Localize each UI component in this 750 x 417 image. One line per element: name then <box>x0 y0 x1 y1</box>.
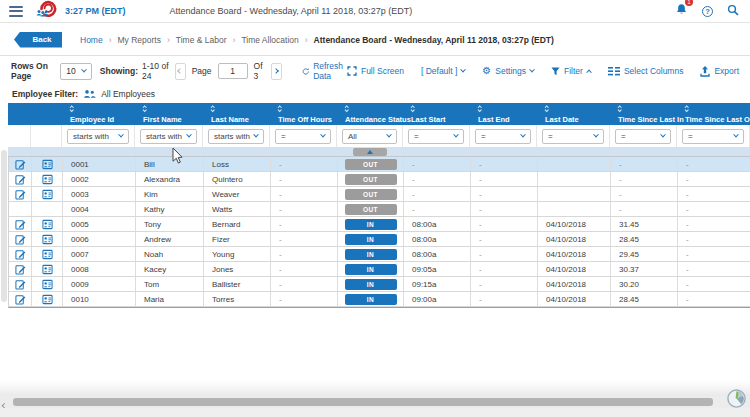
notifications-bell-icon[interactable]: 1 <box>675 2 688 20</box>
status-badge[interactable]: OUT <box>345 174 397 185</box>
employee-card-button[interactable] <box>32 262 63 276</box>
menu-icon[interactable] <box>9 6 23 17</box>
breadcrumb-time-labor[interactable]: Time & Labor <box>176 35 227 45</box>
table-row-employee-0009[interactable]: 0009TomBallister-IN09:15a-04/10/201830.2… <box>9 277 750 292</box>
cell-last-start: 08:00a <box>404 232 471 246</box>
column-header-time-off-hours[interactable]: Time Off Hours <box>270 103 337 125</box>
vertical-scrollbar[interactable] <box>1 150 7 302</box>
edit-row-button[interactable] <box>9 262 32 276</box>
page-number-input[interactable] <box>218 63 248 79</box>
rows-per-page-select[interactable]: 10 <box>60 63 91 80</box>
table-row-employee-0001[interactable]: 0001BillLoss-OUT---- <box>9 157 750 172</box>
sort-icon[interactable] <box>545 104 551 113</box>
employee-card-button[interactable] <box>32 172 63 186</box>
edit-row-button[interactable] <box>9 232 32 246</box>
filter-select-time-since-last-out[interactable]: = <box>682 129 744 144</box>
table-row-employee-0002[interactable]: 0002AlexandraQuintero-OUT---- <box>9 172 750 187</box>
breadcrumb-time-allocation[interactable]: Time Allocation <box>241 35 298 45</box>
next-page-button[interactable] <box>271 63 282 80</box>
filter-select-last-name[interactable]: starts with <box>208 129 264 144</box>
help-icon[interactable]: ? <box>702 6 713 17</box>
sort-icon[interactable] <box>211 104 217 113</box>
status-badge[interactable]: IN <box>345 249 397 260</box>
employee-card-button[interactable] <box>32 247 63 261</box>
employee-card-button[interactable] <box>32 187 63 201</box>
view-default-select[interactable]: [ Default ] <box>421 66 465 76</box>
sort-icon[interactable] <box>143 104 149 113</box>
filter-value: = <box>281 132 286 141</box>
search-icon[interactable] <box>727 2 739 20</box>
refresh-data-button[interactable]: Refresh Data <box>302 61 347 81</box>
filter-select-first-name[interactable]: starts with <box>140 129 197 144</box>
column-header-last-name[interactable]: Last Name <box>203 103 270 125</box>
sort-icon[interactable] <box>478 104 484 113</box>
employee-card-button[interactable] <box>32 157 63 171</box>
status-badge[interactable]: IN <box>345 279 397 290</box>
column-header-time-since-last-in[interactable]: Time Since Last In <box>610 103 677 125</box>
column-header-attendance-status[interactable]: Attendance Status <box>337 103 403 125</box>
status-badge[interactable]: OUT <box>345 204 397 215</box>
filter-select-last-end[interactable]: = <box>475 129 531 144</box>
filter-select-last-date[interactable]: = <box>542 129 604 144</box>
table-row-employee-0007[interactable]: 0007NoahYoung-IN08:00a-04/10/201829.45- <box>9 247 750 262</box>
employee-card-button[interactable] <box>32 232 63 246</box>
settings-button[interactable]: ⚙ Settings <box>482 66 534 76</box>
sort-icon[interactable] <box>618 104 624 113</box>
table-row-employee-0004[interactable]: 0004KathyWatts-OUT---- <box>9 202 750 217</box>
status-badge[interactable]: OUT <box>345 189 397 200</box>
breadcrumb-home[interactable]: Home <box>80 35 103 45</box>
table-row-employee-0008[interactable]: 0008KaceyJones-IN09:05a-04/10/201830.37- <box>9 262 750 277</box>
filter-select-last-start[interactable]: = <box>408 129 464 144</box>
column-header-employee-id[interactable]: Employee Id <box>62 103 135 125</box>
full-screen-button[interactable]: Full Screen <box>347 66 404 76</box>
current-time[interactable]: 3:27 PM (EDT) <box>65 6 126 16</box>
employee-card-button[interactable] <box>32 277 63 291</box>
export-button[interactable]: Export <box>700 66 739 77</box>
table-row-employee-0006[interactable]: 0006AndrewFizer-IN08:00a-04/10/201828.45… <box>9 232 750 247</box>
edit-row-button[interactable] <box>9 157 32 171</box>
cell-employee-id: 0006 <box>63 232 136 246</box>
employee-card-button[interactable] <box>32 217 63 231</box>
cell-time-since-last-in: - <box>611 187 678 201</box>
table-row-employee-0003[interactable]: 0003KimWeaver-OUT---- <box>9 187 750 202</box>
back-button[interactable]: Back <box>14 32 62 48</box>
edit-row-button[interactable] <box>9 292 32 306</box>
select-columns-button[interactable]: Select Columns <box>608 66 684 76</box>
status-badge[interactable]: IN <box>345 264 397 275</box>
previous-page-button[interactable] <box>175 63 186 80</box>
status-badge[interactable]: IN <box>345 219 397 230</box>
edit-row-button[interactable] <box>9 187 32 201</box>
employee-card-button[interactable] <box>32 292 63 306</box>
filter-select-time-off-hours[interactable]: = <box>275 129 331 144</box>
status-badge[interactable]: OUT <box>345 159 397 170</box>
sort-icon[interactable] <box>685 104 691 113</box>
filter-button[interactable]: Filter <box>551 66 591 76</box>
employee-filter-value[interactable]: All Employees <box>101 89 155 99</box>
horizontal-scrollbar-thumb[interactable] <box>13 398 713 406</box>
filter-select-time-since-last-in[interactable]: = <box>615 129 671 144</box>
breadcrumb-my-reports[interactable]: My Reports <box>118 35 161 45</box>
sort-icon[interactable] <box>278 104 284 113</box>
column-header-time-since-last-out[interactable]: Time Since Last Out <box>677 103 750 125</box>
edit-row-button[interactable] <box>9 172 32 186</box>
edit-row-button[interactable] <box>9 247 32 261</box>
table-row-employee-0010[interactable]: 0010MariaTorres-IN09:00a-04/10/201828.45… <box>9 292 750 307</box>
edit-row-button[interactable] <box>9 277 32 291</box>
column-header-first-name[interactable]: First Name <box>135 103 203 125</box>
column-header-last-date[interactable]: Last Date <box>537 103 610 125</box>
sort-icon[interactable] <box>70 104 76 113</box>
horizontal-scrollbar[interactable] <box>0 396 750 408</box>
status-badge[interactable]: IN <box>345 294 397 305</box>
status-badge[interactable]: IN <box>345 234 397 245</box>
column-header-label: Last Name <box>211 115 270 124</box>
table-row-employee-0005[interactable]: 0005TonyBernard-IN08:00a-04/10/201831.45… <box>9 217 750 232</box>
edit-row-button[interactable] <box>9 217 32 231</box>
collapse-filter-button[interactable] <box>353 148 387 156</box>
column-header-last-end[interactable]: Last End <box>470 103 537 125</box>
sort-icon[interactable] <box>411 104 417 113</box>
filter-select-attendance-status[interactable]: All <box>342 129 397 144</box>
filter-select-employee-id[interactable]: starts with <box>67 129 129 144</box>
edit-row-icon <box>15 279 26 290</box>
column-header-last-start[interactable]: Last Start <box>403 103 470 125</box>
sort-icon[interactable] <box>345 104 351 113</box>
